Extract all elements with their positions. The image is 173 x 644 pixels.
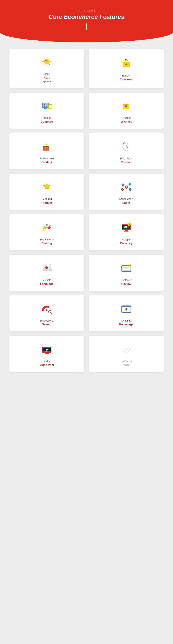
product-video-label: ProductVideo Post [40,360,54,367]
feature-card-product-wishlist: ProductWishlist [89,93,164,128]
social-media-login-icon: f t g+ in [119,180,133,194]
feature-card-featured-product: FeaturedProduct [10,174,84,210]
social-sharing-label: Social mediaSharing [40,238,54,246]
svg-rect-20 [49,105,52,108]
feature-card-todays-deal: Today's dealProduct [10,133,84,169]
svg-rect-110 [46,353,48,353]
svg-line-54 [128,185,129,186]
svg-point-103 [125,308,127,310]
svg-line-6 [44,58,44,59]
suggestional-search-label: SuggestionalSearch [40,319,54,326]
svg-line-4 [44,64,44,65]
svg-text:in: in [130,189,131,190]
multiple-language-icon [40,261,54,275]
product-wishlist-label: ProductWishlist [121,116,132,124]
feature-card-flash-deal: Flash DealProduct [89,133,164,169]
feature-card-customer-review: CustomerReview [89,255,164,291]
customer-review-label: CustomerReview [121,278,132,286]
flash-deal-label: Flash DealProduct [120,157,132,164]
svg-text:g+: g+ [122,189,123,190]
svg-rect-18 [44,109,47,109]
svg-point-92 [125,306,125,306]
svg-point-116 [122,348,124,350]
product-compare-label: ProductCompare [40,116,53,124]
smart-cart-icon: BUY [40,55,54,69]
dynamic-homepage-icon [119,302,133,316]
customer-review-icon [119,261,133,275]
feature-card-social-media-login: f t g+ in Social MediaLogin [89,174,164,210]
feature-card-easiest-checkout: EasiestCheckout [89,49,164,88]
svg-point-83 [130,264,130,265]
svg-marker-42 [44,183,50,190]
svg-line-55 [124,188,125,189]
header-subtitle: AT A GLANCE [6,10,167,12]
easiest-checkout-icon [119,57,133,71]
svg-text:$: $ [128,223,130,225]
svg-text:GO!!!: GO!!! [124,226,129,228]
featured-product-icon [40,180,54,194]
svg-point-90 [122,306,123,306]
upcoming-more-label: UpcomingMore [120,360,132,367]
multiple-currency-label: MultipleCurrency [120,238,132,246]
svg-point-81 [128,264,130,266]
feature-card-multiple-currency: GO!!! $ MultipleCurrency [89,214,164,250]
feature-card-smart-cart: BUY Smart Cart system [10,49,84,88]
feature-card-product-compare: ProductCompare [10,93,84,128]
feature-card-upcoming-more: UpcomingMore [89,336,164,372]
todays-deal-icon [40,140,54,154]
svg-point-112 [129,348,130,350]
svg-point-120 [125,348,128,350]
flash-deal-icon [119,140,133,154]
svg-point-44 [126,186,127,187]
svg-point-113 [128,351,129,352]
upcoming-more-icon [119,342,133,356]
svg-rect-17 [44,108,46,109]
svg-line-2 [49,64,50,65]
social-sharing-icon [40,221,54,235]
svg-rect-80 [122,270,127,270]
feature-card-suggestional-search: SuggestionalSearch [10,296,84,331]
svg-line-87 [51,312,52,314]
header: AT A GLANCE Core Ecommerce Features [0,0,173,42]
dynamic-homepage-label: DynamicHomepage [119,319,133,326]
product-compare-icon [40,99,54,113]
svg-rect-59 [45,227,48,228]
todays-deal-label: Today's dealProduct [40,157,54,164]
svg-point-114 [126,352,127,353]
svg-rect-67 [124,231,128,232]
featured-product-label: FeaturedProduct [41,197,52,205]
multiple-currency-icon: GO!!! $ [119,221,133,235]
feature-card-dynamic-homepage: DynamicHomepage [89,296,164,331]
svg-point-85 [46,310,48,311]
feature-card-multiple-language: MultipleLanguage [10,255,84,291]
svg-point-117 [123,346,124,348]
svg-point-61 [50,225,51,226]
svg-point-91 [124,306,124,306]
svg-line-56 [128,188,129,189]
svg-point-118 [126,345,127,346]
easiest-checkout-label: EasiestCheckout [120,74,132,82]
features-grid: BUY Smart Cart system EasiestCheckout [0,42,173,378]
svg-point-115 [123,351,124,352]
svg-rect-66 [125,230,128,231]
svg-point-60 [46,224,48,226]
multiple-language-label: MultipleLanguage [40,278,54,286]
suggestional-search-icon [40,302,54,316]
svg-rect-79 [122,269,129,269]
svg-line-8 [49,58,50,59]
svg-text:BUY: BUY [45,60,48,62]
header-title: Core Ecommerce Features [6,14,167,20]
feature-card-product-video: ProductVideo Post [10,336,84,372]
product-video-icon [40,342,54,356]
svg-point-119 [128,346,129,348]
svg-rect-109 [45,351,48,352]
social-media-login-label: Social MediaLogin [119,197,134,205]
svg-line-53 [124,186,125,186]
svg-text:t: t [130,184,130,185]
svg-point-62 [43,230,44,231]
header-divider [86,24,87,30]
smart-cart-label: Smart Cart system [43,72,51,83]
svg-point-82 [130,266,131,266]
product-wishlist-icon [119,99,133,113]
feature-card-social-sharing: Social mediaSharing [10,214,84,250]
